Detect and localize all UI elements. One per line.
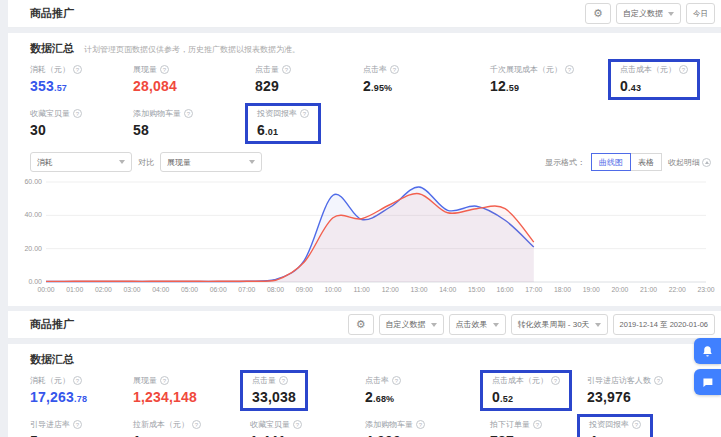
top-data-summary: 数据汇总 计划管理页面数据仅供参考，历史推广数据以报表数据为准。 消耗（元）?3… <box>8 33 721 306</box>
metric-clicks: 点击量?829 <box>255 64 291 98</box>
custom-data-select[interactable]: 自定义数据 <box>379 314 444 335</box>
metric-favorites: 收藏宝贝量?30 <box>30 108 82 142</box>
metric-value: 829 <box>255 78 291 94</box>
chevron-down-icon <box>668 12 674 16</box>
display-format-label: 显示格式： <box>545 157 585 168</box>
conversion-period-select[interactable]: 转化效果周期 - 30天 <box>511 314 608 335</box>
x-axis-tick: 00:00 <box>32 286 60 293</box>
x-axis-tick: 14:00 <box>434 286 462 293</box>
info-icon[interactable]: ? <box>551 376 560 385</box>
metric-select[interactable]: 消耗 <box>30 152 132 172</box>
x-axis-tick: 22:00 <box>663 286 691 293</box>
metric-label: 点击率 <box>365 375 389 386</box>
settings-button[interactable]: ⚙ <box>585 3 611 24</box>
metric-value: 1,234,148 <box>133 389 197 405</box>
metric-value: 12.59 <box>490 78 574 94</box>
x-axis-tick: 04:00 <box>147 286 175 293</box>
info-icon[interactable]: ? <box>73 420 82 429</box>
y-axis-tick: 20.00 <box>16 245 42 252</box>
metric-value: 58 <box>133 122 193 138</box>
info-icon[interactable]: ? <box>392 376 401 385</box>
metric-label: 引导进店访客人数 <box>587 375 651 386</box>
info-icon[interactable]: ? <box>632 420 641 429</box>
x-axis-tick: 15:00 <box>462 286 490 293</box>
metric-label: 消耗（元） <box>30 375 70 386</box>
info-icon[interactable]: ? <box>533 420 542 429</box>
metric-label: 展现量 <box>133 375 157 386</box>
custom-data-select[interactable]: 自定义数据 <box>616 3 681 24</box>
metric-value: 0.43 <box>620 78 688 94</box>
table-view-button[interactable]: 表格 <box>630 153 662 171</box>
info-icon[interactable]: ? <box>416 420 425 429</box>
metrics-row-2: 收藏宝贝量?30添加购物车量?58投资回报率?6.01 <box>30 108 711 142</box>
info-icon[interactable]: ? <box>184 109 193 118</box>
top-toolbar: ⚙ 自定义数据 今日 <box>585 3 715 24</box>
info-icon[interactable]: ? <box>293 420 302 429</box>
x-axis-tick: 01:00 <box>61 286 89 293</box>
x-axis-tick: 23:00 <box>692 286 720 293</box>
metric-value: 2.95% <box>363 78 399 94</box>
line-chart[interactable]: 0.0020.0040.0060.0000:0001:0002:0003:000… <box>16 176 711 300</box>
info-icon[interactable]: ? <box>160 376 169 385</box>
metric-label: 点击量 <box>252 375 276 386</box>
metric-value: 1,441 <box>250 433 302 437</box>
metric-value: 17,263.78 <box>30 389 87 405</box>
metrics-row-1: 消耗（元）?17,263.78展现量?1,234,148点击量?33,038点击… <box>30 375 711 409</box>
x-axis-tick: 16:00 <box>491 286 519 293</box>
metric-carts: 添加购物车量?4,090 <box>365 419 425 437</box>
metric-value: 23,976 <box>587 389 663 405</box>
info-icon[interactable]: ? <box>679 65 688 74</box>
x-axis-tick: 03:00 <box>118 286 146 293</box>
click-effect-select[interactable]: 点击效果 <box>449 314 506 335</box>
metric-cost: 消耗（元）?17,263.78 <box>30 375 87 409</box>
settings-button[interactable]: ⚙ <box>348 314 374 335</box>
metric-favorites: 收藏宝贝量?1,441 <box>250 419 302 437</box>
info-icon[interactable]: ? <box>565 65 574 74</box>
metric-value: 0.52 <box>492 389 560 405</box>
x-axis-tick: 06:00 <box>204 286 232 293</box>
metric-value: 353.57 <box>30 78 82 94</box>
info-icon[interactable]: ? <box>160 65 169 74</box>
info-icon[interactable]: ? <box>300 109 309 118</box>
metric-label: 收藏宝贝量 <box>30 108 70 119</box>
metric-value: 4.35 <box>589 433 641 437</box>
date-range-picker[interactable]: 2019-12-14 至 2020-01-06 <box>613 314 715 335</box>
info-icon[interactable]: ? <box>654 376 663 385</box>
info-icon[interactable]: ? <box>73 376 82 385</box>
x-axis-tick: 10:00 <box>319 286 347 293</box>
metric-label: 展现量 <box>133 64 157 75</box>
chevron-down-icon <box>595 323 601 327</box>
curve-view-button[interactable]: 曲线图 <box>591 153 631 171</box>
info-icon[interactable]: ? <box>279 376 288 385</box>
metric-clicks: 点击量?33,038 <box>240 370 308 411</box>
metric-label: 点击成本（元） <box>620 64 676 75</box>
vs-label: 对比 <box>138 157 154 168</box>
info-icon[interactable]: ? <box>73 109 82 118</box>
section-note: 计划管理页面数据仅供参考，历史推广数据以报表数据为准。 <box>84 44 300 55</box>
gear-icon: ⚙ <box>356 318 366 331</box>
page-title: 商品推广 <box>30 317 74 332</box>
metric-orders: 拍下订单量?787 <box>490 419 542 437</box>
metric-label: 千次展现成本（元） <box>490 64 562 75</box>
notification-button[interactable] <box>694 338 721 364</box>
top-panel-header: 商品推广 ⚙ 自定义数据 今日 <box>8 0 721 28</box>
display-format-group: 曲线图 表格 <box>591 153 662 171</box>
chevron-down-icon <box>119 160 125 164</box>
info-icon[interactable]: ? <box>282 65 291 74</box>
metric-label: 点击量 <box>255 64 279 75</box>
chevron-down-icon <box>249 160 255 164</box>
info-icon[interactable]: ? <box>192 420 201 429</box>
metric-value: 2.68% <box>365 389 401 405</box>
x-axis-tick: 13:00 <box>405 286 433 293</box>
compare-select[interactable]: 展现量 <box>160 152 262 172</box>
collapse-detail-link[interactable]: 收起明细 <box>668 157 711 168</box>
metric-label: 拉新成本（元） <box>133 419 189 430</box>
metric-roi: 投资回报率?6.01 <box>245 103 321 144</box>
info-icon[interactable]: ? <box>390 65 399 74</box>
info-icon[interactable]: ? <box>73 65 82 74</box>
metric-cost: 消耗（元）?353.57 <box>30 64 82 98</box>
x-axis-tick: 18:00 <box>549 286 577 293</box>
chat-button[interactable] <box>694 369 721 395</box>
date-select[interactable]: 今日 <box>686 3 715 24</box>
x-axis-tick: 11:00 <box>348 286 376 293</box>
